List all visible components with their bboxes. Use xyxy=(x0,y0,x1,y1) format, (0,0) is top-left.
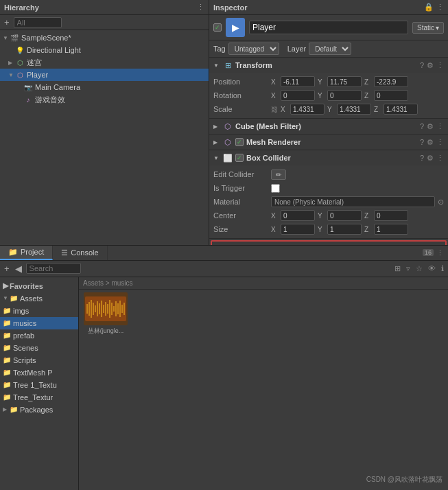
mesh-filter-settings-icon[interactable]: ⚙ xyxy=(427,122,434,131)
center-y-input[interactable] xyxy=(327,210,362,221)
rotation-y-input[interactable] xyxy=(327,90,362,101)
project-tree-musics[interactable]: 📁 musics xyxy=(0,317,78,329)
tree-item-directional-light[interactable]: 💡 Directional Light xyxy=(0,44,209,56)
project-tree-prefab[interactable]: 📁 prefab xyxy=(0,329,78,342)
static-button[interactable]: Static ▾ xyxy=(412,22,444,34)
project-toolbar-icons: ⊞ ▿ ☆ 👁 ℹ xyxy=(393,264,445,273)
box-collider-menu-icon[interactable]: ⋮ xyxy=(436,154,444,163)
layer-dropdown[interactable]: Default xyxy=(309,43,351,55)
tree-item-audio[interactable]: ♪ 游戏音效 xyxy=(0,93,209,106)
static-label: Static xyxy=(417,24,434,32)
mesh-filter-header[interactable]: ▶ ⬡ Cube (Mesh Filter) ? ⚙ ⋮ xyxy=(209,119,448,134)
svg-rect-0 xyxy=(86,304,88,314)
hierarchy-search-input[interactable] xyxy=(14,17,62,28)
project-info-icon[interactable]: ℹ xyxy=(440,264,445,273)
scale-y-input[interactable] xyxy=(337,104,371,115)
inspector-menu-icon[interactable]: ⋮ xyxy=(436,3,444,12)
tab-console[interactable]: ☰ Console xyxy=(53,246,107,260)
tag-dropdown[interactable]: Untagged xyxy=(228,43,279,55)
hierarchy-menu-icon[interactable]: ⋮ xyxy=(197,3,204,12)
position-x-input[interactable] xyxy=(281,76,315,87)
box-collider-settings-icon[interactable]: ⚙ xyxy=(427,154,434,163)
rotation-z-input[interactable] xyxy=(374,90,408,101)
project-tree-packages[interactable]: ▶ 📁 Packages xyxy=(0,404,78,416)
project-eye-icon[interactable]: 👁 xyxy=(427,264,437,273)
mesh-filter-help-icon[interactable]: ? xyxy=(420,122,424,131)
asset-grid: 丛林(jungle... xyxy=(79,290,448,491)
project-search-input[interactable] xyxy=(26,263,81,274)
object-name-input[interactable] xyxy=(249,21,408,34)
transform-header[interactable]: ▼ ⊞ Transform ? ⚙ ⋮ xyxy=(209,58,448,73)
collider-material-input[interactable] xyxy=(271,196,435,207)
size-z-input[interactable] xyxy=(374,224,408,235)
mesh-renderer-menu-icon[interactable]: ⋮ xyxy=(436,138,444,147)
edit-collider-button[interactable]: ✏ xyxy=(271,170,286,180)
project-grid-icon[interactable]: ⊞ xyxy=(393,264,402,273)
collider-material-pick-icon[interactable]: ⊙ xyxy=(438,198,444,207)
hierarchy-add-btn[interactable]: + xyxy=(3,17,11,27)
position-values: X Y Z xyxy=(271,76,444,87)
project-tree-tree2[interactable]: 📁 Tree_Textur xyxy=(0,391,78,404)
list-item[interactable]: 丛林(jungle... xyxy=(82,292,130,488)
rotation-x-input[interactable] xyxy=(281,90,315,101)
box-collider-help-icon[interactable]: ? xyxy=(420,154,424,163)
mesh-renderer-help-icon[interactable]: ? xyxy=(420,138,424,147)
mesh-filter-menu-icon[interactable]: ⋮ xyxy=(436,122,444,131)
project-star-icon[interactable]: ☆ xyxy=(414,264,424,273)
mesh-filter-icon: ⬡ xyxy=(223,121,233,131)
size-y-label: Y xyxy=(318,226,325,233)
asset-thumbnail xyxy=(84,292,128,325)
center-z-input[interactable] xyxy=(374,210,408,221)
box-collider-header[interactable]: ▼ ⬜ ✓ Box Collider ? ⚙ ⋮ xyxy=(209,150,448,165)
object-enabled-checkbox[interactable]: ✓ xyxy=(213,23,222,32)
project-menu-icon[interactable]: ⋮ xyxy=(436,248,444,257)
project-tab-icons: 16 ⋮ xyxy=(423,246,448,260)
mesh-renderer-enabled-checkbox[interactable]: ✓ xyxy=(235,138,244,146)
breadcrumb: Assets > musics xyxy=(79,277,448,290)
scale-row: Scale ⛓ X Y Z xyxy=(209,102,448,116)
inspector-lock-icon[interactable]: 🔒 xyxy=(424,3,434,12)
scale-x-input[interactable] xyxy=(290,104,325,115)
project-back-btn[interactable]: ◀ xyxy=(14,264,23,274)
tree-item-sample-scene[interactable]: ▼ 🎬 SampleScene* xyxy=(0,32,209,44)
size-x-input[interactable] xyxy=(281,224,315,235)
position-y-input[interactable] xyxy=(327,76,362,87)
mesh-filter-title: Cube (Mesh Filter) xyxy=(235,122,417,130)
favorites-header[interactable]: ▶ Favorites xyxy=(0,280,78,292)
transform-icon: ⊞ xyxy=(223,60,233,70)
mesh-filter-arrow-icon: ▶ xyxy=(213,124,220,130)
is-trigger-checkbox[interactable] xyxy=(271,184,280,193)
transform-settings-icon[interactable]: ⚙ xyxy=(427,61,434,70)
mesh-renderer-icon: ⬡ xyxy=(223,137,233,147)
project-tree-assets[interactable]: ▼ 📁 Assets xyxy=(0,292,78,305)
box-collider-enabled-checkbox[interactable]: ✓ xyxy=(235,154,244,162)
collider-size-row: Size X Y Z xyxy=(209,222,448,236)
project-add-btn[interactable]: + xyxy=(3,264,11,274)
mesh-renderer-title: Mesh Renderer xyxy=(246,138,417,146)
svg-rect-8 xyxy=(103,305,104,313)
scale-z-input[interactable] xyxy=(384,104,418,115)
transform-help-icon[interactable]: ? xyxy=(420,61,424,70)
project-tree-scripts[interactable]: 📁 Scripts xyxy=(0,354,78,366)
project-tree-textmesh[interactable]: 📁 TextMesh P xyxy=(0,366,78,379)
inspector-header-icons: 🔒 ⋮ xyxy=(424,3,444,12)
project-tree-tree1[interactable]: 📁 Tree 1_Textu xyxy=(0,379,78,391)
tree-item-player[interactable]: ▼ ⬡ Player xyxy=(0,69,209,81)
packages-folder-icon: 📁 xyxy=(10,406,18,413)
object-big-icon: ▶ xyxy=(226,18,245,37)
favorites-arrow-icon: ▶ xyxy=(3,281,8,290)
transform-menu-icon[interactable]: ⋮ xyxy=(436,61,444,70)
svg-rect-1 xyxy=(89,302,90,316)
mesh-renderer-settings-icon[interactable]: ⚙ xyxy=(427,138,434,147)
position-z-input[interactable] xyxy=(374,76,408,87)
tree-item-main-camera[interactable]: 📷 Main Camera xyxy=(0,81,209,93)
tree-item-maze[interactable]: ▶ ⬡ 迷宫 xyxy=(0,56,209,69)
mesh-renderer-header[interactable]: ▶ ⬡ ✓ Mesh Renderer ? ⚙ ⋮ xyxy=(209,135,448,150)
project-tree-imgs[interactable]: 📁 imgs xyxy=(0,305,78,317)
svg-rect-5 xyxy=(97,301,98,316)
project-tree-scenes[interactable]: 📁 Scenes xyxy=(0,342,78,354)
size-y-input[interactable] xyxy=(327,224,362,235)
tab-project[interactable]: 📁 Project xyxy=(0,246,53,260)
center-x-input[interactable] xyxy=(281,210,315,221)
project-filter-icon[interactable]: ▿ xyxy=(405,264,412,273)
